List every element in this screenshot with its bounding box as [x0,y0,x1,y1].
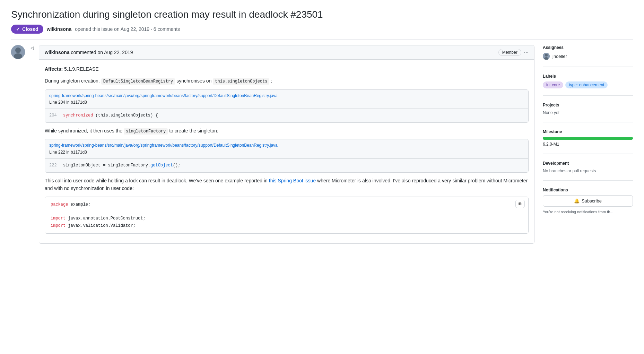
spring-boot-issue-link[interactable]: this Spring Boot issue [269,178,316,183]
collapse-button[interactable]: ◁ [29,45,35,51]
assignee-name[interactable]: jhoeller [552,54,567,59]
sidebar-labels: Labels in: core type: enhancement [543,74,633,96]
assignees-title: Assignees [543,45,633,50]
milestone-label[interactable]: 6.2.0-M1 [543,142,633,147]
code-inline-1: DefaultSingletonBeanRegistry [101,78,175,85]
code-line-import1: import javax.annotation.PostConstruct; [51,215,523,222]
code-line-pkg: package example; [51,201,523,208]
file-ref-2-path[interactable]: spring-framework/spring-beans/src/main/j… [49,143,278,148]
member-badge: Member [498,49,521,56]
subscribe-label: Subscribe [582,198,602,204]
body-final-1: This call into user code while holding a… [45,178,269,183]
code-inline-3: singletonFactory [124,128,168,135]
comment-header-actions: Member ··· [498,49,529,56]
development-value: No branches or pull requests [543,169,633,173]
comment-author[interactable]: wilkinsona [45,50,70,55]
body-middle: While synchronized, it then uses the [45,128,124,133]
affects-version-text: 5.1.9.RELEASE [64,66,99,72]
page-title: Synchronization during singleton creatio… [11,8,633,20]
comment-body: Affects: 5.1.9.RELEASE During singleton … [39,60,534,243]
labels-container: in: core type: enhancement [543,81,633,88]
projects-title: Projects [543,103,633,107]
file-ref-1-line-info: Line 204 in b1171d8 [49,100,87,105]
more-options-button[interactable]: ··· [524,49,529,55]
milestone-title: Milestone [543,129,633,134]
sidebar-milestone: Milestone 6.2.0-M1 [543,129,633,154]
body-paragraph-3: This call into user code while holding a… [45,177,529,192]
milestone-fill [543,137,633,140]
comment-action: commented on Aug 22, 2019 [71,50,133,55]
sidebar-notifications: Notifications 🔔 Subscribe You're not rec… [543,188,633,222]
closed-badge: ✓ Closed [11,25,43,34]
code-line-import2: import javax.validation.Validator; [51,222,523,229]
body-paragraph-2: While synchronized, it then uses the sin… [45,127,529,135]
large-code-body: package example; import javax.annotation… [45,197,528,234]
avatar [11,45,25,59]
comment-header: wilkinsona commented on Aug 22, 2019 Mem… [39,45,534,60]
meta-author[interactable]: wilkinsona [47,26,72,32]
bell-icon: 🔔 [574,198,580,204]
file-ref-2-code: 222 singletonObject = singletonFactory.g… [45,159,528,172]
comment-author-date: wilkinsona commented on Aug 22, 2019 [45,50,133,55]
issue-meta: ✓ Closed wilkinsona opened this issue on… [11,25,633,34]
labels-title: Labels [543,74,633,79]
body-part3: : [271,78,272,84]
file-ref-2: spring-framework/spring-beans/src/main/j… [45,139,529,173]
assignee-avatar [543,53,550,60]
check-icon: ✓ [16,26,20,32]
header-divider [11,39,633,40]
closed-label: Closed [22,26,38,32]
file-ref-1-header: spring-framework/spring-beans/src/main/j… [45,90,528,109]
svg-point-4 [545,54,548,57]
sidebar-development: Development No branches or pull requests [543,161,633,181]
milestone-progress-bar [543,137,633,140]
development-title: Development [543,161,633,166]
notifications-title: Notifications [543,188,633,192]
svg-point-2 [14,53,22,59]
sidebar-projects: Projects None yet [543,103,633,122]
file-ref-2-header: spring-framework/spring-beans/src/main/j… [45,139,528,158]
affects-line: Affects: 5.1.9.RELEASE [45,65,529,73]
code-line-2: singletonObject = singletonFactory.getOb… [63,162,180,169]
sidebar-assignees: Assignees jhoeller [543,45,633,67]
projects-value: None yet [543,110,633,115]
meta-action: opened this issue on Aug 22, 2019 · 6 co… [75,26,180,32]
body-middle2: to create the singleton: [169,128,218,133]
body-intro: During singleton creation, [45,78,101,84]
large-code-block: ⧉ package example; import javax.annotati… [45,197,529,234]
assignee-item: jhoeller [543,53,633,60]
line-num-2: 222 [49,162,58,169]
comment-box: wilkinsona commented on Aug 22, 2019 Mem… [39,45,534,244]
notification-note: You're not receiving notifications from … [543,209,633,215]
body-paragraph-1: During singleton creation, DefaultSingle… [45,77,529,85]
file-ref-1-code: 204 synchronized (this.singletonObjects)… [45,109,528,122]
body-part2: synchronises on [176,78,213,84]
copy-code-button[interactable]: ⧉ [515,200,525,208]
line-num-1: 204 [49,112,58,119]
comment-container: ◁ wilkinsona commented on Aug 22, 2019 M… [11,45,534,244]
sidebar: Assignees jhoeller Labels in: core type:… [543,45,633,244]
comment-thread: ◁ wilkinsona commented on Aug 22, 2019 M… [11,45,534,244]
file-ref-2-line-info: Line 222 in b1171d8 [49,150,87,155]
file-ref-1-path[interactable]: spring-framework/spring-beans/src/main/j… [49,93,278,98]
file-ref-1: spring-framework/spring-beans/src/main/j… [45,89,529,123]
code-inline-2: this.singletonObjects [213,78,269,85]
code-line-1: synchronized (this.singletonObjects) { [63,112,158,119]
affects-label: Affects: [45,66,63,72]
main-layout: ◁ wilkinsona commented on Aug 22, 2019 M… [11,45,633,244]
label-type-enhancement[interactable]: type: enhancement [565,81,608,88]
svg-point-1 [15,48,21,53]
label-in-core[interactable]: in: core [543,81,563,88]
subscribe-button[interactable]: 🔔 Subscribe [543,195,633,207]
